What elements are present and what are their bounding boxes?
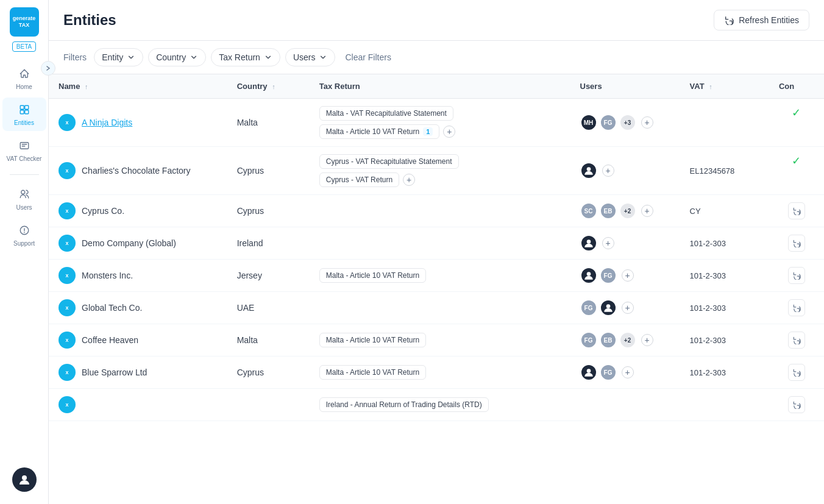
table-row: x Monsters Inc. Jersey Malta - Article 1…: [49, 260, 824, 292]
entity-action-cell: [769, 389, 824, 421]
entity-name-text[interactable]: Monsters Inc.: [82, 271, 133, 280]
tax-return-tag[interactable]: Cyprus - VAT Return: [319, 172, 399, 187]
sidebar-item-vat-checker[interactable]: VAT Checker: [2, 133, 46, 167]
add-user-icon[interactable]: +: [602, 165, 614, 177]
entity-name-text[interactable]: Cyprus Co.: [82, 206, 124, 216]
entity-country: UAE: [227, 292, 310, 324]
refresh-entities-button[interactable]: Refresh Entities: [714, 10, 809, 30]
entity-vat: 101-2-303: [680, 292, 769, 324]
add-user-icon[interactable]: +: [641, 116, 653, 129]
entity-vat: [680, 389, 769, 421]
sidebar-expand-button[interactable]: [41, 61, 55, 76]
entity-vat: EL12345678: [680, 147, 769, 195]
entity-action-cell: [769, 357, 824, 388]
refresh-entity-button[interactable]: [788, 235, 805, 252]
sidebar-item-users[interactable]: Users: [2, 182, 46, 216]
refresh-entity-button[interactable]: [788, 267, 805, 284]
refresh-entity-button[interactable]: [788, 364, 805, 381]
entities-icon: [17, 102, 32, 117]
table-row: x Cyprus Co. CyprusSCEB+2+CY: [49, 195, 824, 227]
entity-users-cell: FG+: [570, 357, 680, 389]
entity-users-cell: FG +: [570, 292, 680, 324]
country-filter[interactable]: Country: [148, 48, 206, 66]
add-user-icon[interactable]: +: [622, 269, 634, 282]
home-icon: [17, 66, 32, 81]
xero-logo: x: [59, 267, 76, 284]
refresh-entity-button[interactable]: [788, 332, 805, 349]
clear-filters-link[interactable]: Clear Filters: [345, 52, 391, 62]
entity-action-cell: ✓: [769, 147, 824, 175]
entity-tax-return-cell: Cyprus - VAT Recapitulative Statement Cy…: [310, 147, 570, 195]
add-tax-return-icon[interactable]: +: [443, 126, 455, 138]
tax-return-tag[interactable]: Malta - Article 10 VAT Return1: [319, 124, 440, 139]
entity-tax-return-cell: Ireland - Annual Return of Trading Detai…: [310, 389, 570, 421]
entity-name-cell: x Coffee Heaven: [49, 324, 227, 357]
col-tax-return: Tax Return: [310, 74, 570, 99]
sidebar-item-support[interactable]: Support: [2, 218, 46, 252]
sidebar-item-home[interactable]: Home: [2, 62, 46, 95]
entity-name-text[interactable]: Demo Company (Global): [82, 238, 176, 248]
entity-name-text[interactable]: Coffee Heaven: [82, 335, 138, 345]
entity-users-cell: +: [570, 147, 680, 195]
check-icon: ✓: [792, 154, 801, 168]
add-user-icon[interactable]: +: [602, 237, 614, 249]
table-row: x Demo Company (Global) Ireland +101-2-3…: [49, 227, 824, 260]
svg-rect-0: [20, 105, 24, 109]
add-user-icon[interactable]: +: [622, 302, 634, 314]
tax-return-filter-label: Tax Return: [219, 52, 260, 62]
tax-return-filter[interactable]: Tax Return: [211, 48, 280, 66]
xero-logo: x: [59, 332, 76, 349]
avatar-icon: [17, 472, 32, 487]
xero-logo: x: [59, 235, 76, 252]
add-user-icon[interactable]: +: [622, 366, 634, 378]
svg-point-7: [22, 475, 27, 480]
xero-logo: x: [59, 364, 76, 381]
table-row: x Coffee Heaven Malta Malta - Article 10…: [49, 324, 824, 357]
add-user-icon[interactable]: +: [641, 205, 653, 217]
table-body: x A Ninja Digits Malta Malta - VAT Recap…: [49, 99, 824, 421]
check-icon: ✓: [792, 106, 801, 119]
chevron-right-icon: [45, 65, 51, 71]
col-name[interactable]: Name ↑: [49, 74, 227, 99]
add-user-icon[interactable]: +: [641, 334, 653, 346]
tax-return-tag[interactable]: Malta - Article 10 VAT Return: [319, 365, 426, 380]
tax-return-tag[interactable]: Malta - Article 10 VAT Return: [319, 268, 426, 283]
col-vat[interactable]: VAT ↑: [680, 74, 769, 99]
entity-name-text[interactable]: Global Tech Co.: [82, 303, 142, 313]
avatar[interactable]: [12, 467, 37, 492]
tax-return-tag[interactable]: Malta - Article 10 VAT Return: [319, 333, 426, 347]
sidebar-item-users-label: Users: [16, 204, 32, 211]
entity-country: Malta: [227, 99, 310, 147]
entity-users-cell: FGEB+2+: [570, 324, 680, 357]
entity-vat: 101-2-303: [680, 324, 769, 357]
entities-table-container: Name ↑ Country ↑ Tax Return Users VAT: [49, 74, 824, 504]
refresh-entity-button[interactable]: [788, 396, 805, 413]
entity-name-text[interactable]: Blue Sparrow Ltd: [82, 367, 147, 377]
col-country[interactable]: Country ↑: [227, 74, 310, 99]
tax-return-tag[interactable]: Ireland - Annual Return of Trading Detai…: [319, 397, 489, 412]
entity-filter[interactable]: Entity: [94, 48, 143, 66]
entity-vat: 101-2-303: [680, 260, 769, 292]
chevron-down-icon: [127, 53, 135, 62]
xero-logo: x: [59, 114, 76, 131]
tax-return-tag[interactable]: Malta - VAT Recapitulative Statement: [319, 106, 453, 121]
col-users: Users: [570, 74, 680, 99]
entity-name-link[interactable]: A Ninja Digits: [82, 118, 132, 127]
refresh-entity-button[interactable]: [788, 299, 805, 316]
refresh-entity-button[interactable]: [788, 202, 805, 219]
users-filter[interactable]: Users: [285, 48, 336, 66]
tax-return-tag[interactable]: Cyprus - VAT Recapitulative Statement: [319, 154, 459, 169]
entity-country: Cyprus: [227, 195, 310, 227]
svg-point-10: [586, 272, 591, 276]
xero-logo: x: [59, 162, 76, 179]
entity-tax-return-cell: [310, 292, 570, 324]
entity-name-cell: x Global Tech Co.: [49, 292, 227, 324]
sidebar-item-entities-label: Entities: [14, 119, 34, 126]
entity-action-cell: [769, 227, 824, 259]
sidebar: generateTAX BETA Home: [0, 0, 49, 504]
add-tax-return-icon[interactable]: +: [403, 174, 415, 186]
entity-name-text[interactable]: Charlies's Chocolate Factory: [82, 166, 191, 176]
sort-country-icon: ↑: [272, 83, 275, 90]
svg-rect-1: [24, 105, 28, 109]
sidebar-item-entities[interactable]: Entities: [2, 98, 46, 131]
